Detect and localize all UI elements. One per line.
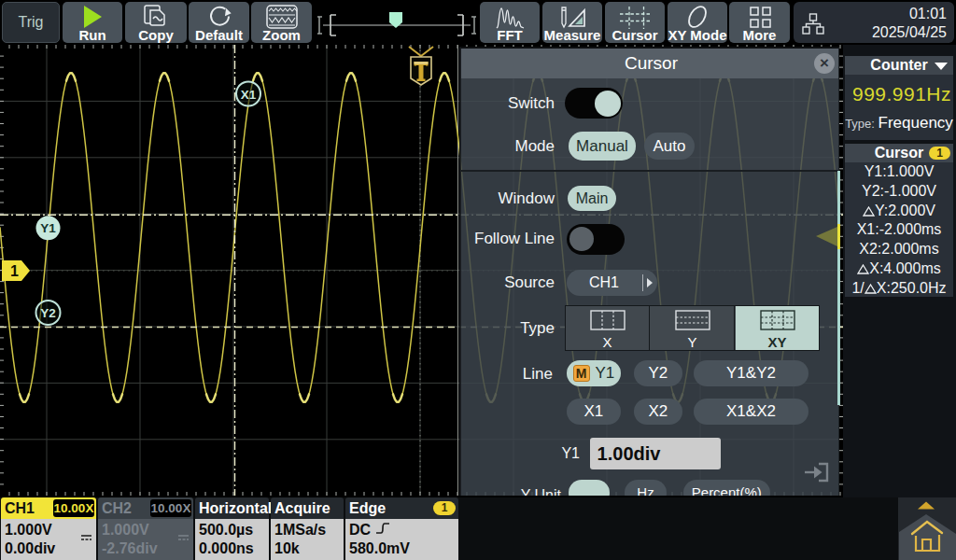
svg-text:Y2: Y2 — [40, 306, 56, 320]
svg-text:X1: X1 — [241, 88, 257, 102]
svg-text:1: 1 — [10, 263, 19, 279]
svg-text:Y1: Y1 — [40, 221, 56, 235]
